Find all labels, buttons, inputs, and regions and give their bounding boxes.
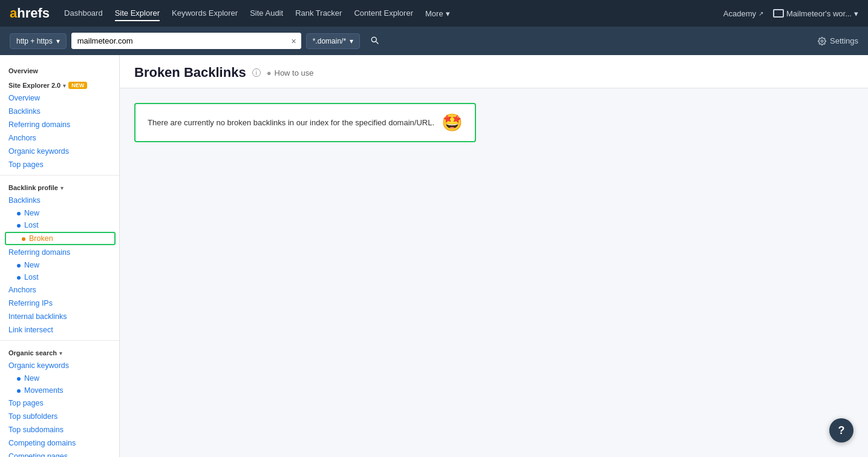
sidebar-item-anchors[interactable]: Anchors bbox=[0, 131, 119, 145]
nav-rank-tracker[interactable]: Rank Tracker bbox=[295, 6, 342, 21]
nav-content-explorer[interactable]: Content Explorer bbox=[354, 6, 413, 21]
dot-icon bbox=[17, 212, 21, 215]
chevron-down-icon: ▾ bbox=[63, 82, 66, 89]
sidebar-divider-1 bbox=[0, 175, 119, 176]
nav-site-audit[interactable]: Site Audit bbox=[250, 6, 283, 21]
nav-more-label: More bbox=[425, 9, 443, 18]
sidebar-divider-2 bbox=[0, 340, 119, 341]
sidebar-item-backlinks[interactable]: Backlinks bbox=[0, 105, 119, 118]
sidebar-item-backlinks-group[interactable]: Backlinks bbox=[0, 194, 119, 207]
sidebar-item-top-pages2[interactable]: Top pages bbox=[0, 396, 119, 410]
chevron-down-icon: ▾ bbox=[60, 185, 64, 191]
external-link-icon: ↗ bbox=[759, 10, 763, 17]
sidebar-item-link-intersect[interactable]: Link intersect bbox=[0, 323, 119, 337]
sidebar-item-internal-backlinks[interactable]: Internal backlinks bbox=[0, 310, 119, 323]
domain-input[interactable] bbox=[71, 33, 301, 49]
page-header: Broken Backlinks i ● How to use bbox=[120, 55, 868, 88]
nav-more[interactable]: More ▾ bbox=[425, 6, 450, 21]
new-badge: New bbox=[68, 82, 87, 89]
how-to-use-link[interactable]: ● How to use bbox=[267, 68, 314, 77]
sidebar-item-backlinks-lost[interactable]: Lost bbox=[0, 219, 119, 231]
sidebar-item-anchors2[interactable]: Anchors bbox=[0, 283, 119, 297]
academy-link[interactable]: Academy ↗ bbox=[723, 9, 763, 18]
sidebar-item-competing-pages[interactable]: Competing pages bbox=[0, 450, 119, 457]
sidebar-item-backlinks-new[interactable]: New bbox=[0, 207, 119, 219]
logo-hrefs: hrefs bbox=[17, 5, 50, 21]
sidebar-item-backlinks-broken[interactable]: Broken bbox=[5, 232, 116, 245]
nav-keywords-explorer[interactable]: Keywords Explorer bbox=[172, 6, 238, 21]
domain-select-label: *.domain/* bbox=[313, 37, 346, 45]
sidebar-item-overview[interactable]: Overview bbox=[0, 91, 119, 105]
sidebar: Overview Site Explorer 2.0 ▾ New Overvie… bbox=[0, 55, 120, 457]
search-input-wrap: × bbox=[71, 33, 301, 49]
nav-links: Dashboard Site Explorer Keywords Explore… bbox=[64, 6, 723, 21]
content-area: Broken Backlinks i ● How to use There ar… bbox=[120, 55, 868, 457]
chevron-down-icon: ▾ bbox=[854, 9, 858, 18]
sidebar-item-organic-keywords-movements[interactable]: Movements bbox=[0, 384, 119, 396]
domain-select[interactable]: *.domain/* ▾ bbox=[306, 33, 360, 49]
site-explorer-section-header: Site Explorer 2.0 ▾ New bbox=[0, 77, 119, 91]
monitor-icon bbox=[773, 9, 784, 18]
dot-icon bbox=[17, 377, 21, 381]
question-circle-icon: ● bbox=[267, 68, 272, 77]
sidebar-item-referring-domains[interactable]: Referring domains bbox=[0, 118, 119, 131]
dot-icon bbox=[22, 237, 25, 241]
svg-point-0 bbox=[821, 40, 823, 42]
gear-icon bbox=[818, 37, 826, 45]
clear-button[interactable]: × bbox=[292, 36, 296, 46]
search-icon bbox=[370, 35, 379, 45]
chevron-down-icon: ▾ bbox=[446, 9, 450, 18]
main-layout: Overview Site Explorer 2.0 ▾ New Overvie… bbox=[0, 55, 868, 457]
nav-dashboard[interactable]: Dashboard bbox=[64, 6, 103, 21]
sidebar-item-organic-keywords-group[interactable]: Organic keywords bbox=[0, 359, 119, 372]
sidebar-item-referring-ips[interactable]: Referring IPs bbox=[0, 297, 119, 310]
sidebar-item-top-pages[interactable]: Top pages bbox=[0, 158, 119, 171]
content-body: There are currently no broken backlinks … bbox=[120, 88, 868, 157]
workspace-button[interactable]: Mailmeteor's wor... ▾ bbox=[773, 9, 858, 18]
page-title: Broken Backlinks bbox=[134, 65, 246, 81]
chevron-down-icon: ▾ bbox=[56, 37, 60, 45]
chevron-down-icon: ▾ bbox=[59, 350, 62, 357]
backlink-profile-title: Backlink profile bbox=[8, 184, 58, 191]
sidebar-item-top-subfolders[interactable]: Top subfolders bbox=[0, 410, 119, 423]
protocol-label: http + https bbox=[16, 37, 53, 45]
logo[interactable]: ahrefs bbox=[10, 5, 50, 21]
emoji-icon: 🤩 bbox=[442, 113, 463, 133]
academy-label: Academy bbox=[723, 9, 756, 18]
sidebar-item-organic-keywords-new[interactable]: New bbox=[0, 372, 119, 384]
protocol-select[interactable]: http + https ▾ bbox=[10, 33, 67, 49]
settings-button[interactable]: Settings bbox=[818, 36, 858, 45]
search-bar: http + https ▾ × *.domain/* ▾ Settings bbox=[0, 27, 868, 55]
chevron-down-icon: ▾ bbox=[350, 37, 353, 45]
nav-right: Academy ↗ Mailmeteor's wor... ▾ bbox=[723, 9, 858, 18]
dot-icon bbox=[17, 224, 21, 228]
empty-state-message: There are currently no broken backlinks … bbox=[148, 118, 434, 127]
nav-site-explorer[interactable]: Site Explorer bbox=[115, 6, 160, 21]
info-icon[interactable]: i bbox=[252, 68, 261, 77]
sidebar-item-organic-keywords[interactable]: Organic keywords bbox=[0, 145, 119, 158]
dot-icon bbox=[17, 276, 21, 280]
backlink-profile-section: Backlink profile ▾ bbox=[0, 179, 119, 194]
how-to-use-label: How to use bbox=[275, 68, 314, 77]
top-navigation: ahrefs Dashboard Site Explorer Keywords … bbox=[0, 0, 868, 27]
sidebar-item-top-subdomains[interactable]: Top subdomains bbox=[0, 423, 119, 436]
site-explorer-section-title: Site Explorer 2.0 bbox=[8, 82, 60, 89]
sidebar-item-competing-domains[interactable]: Competing domains bbox=[0, 436, 119, 450]
help-button[interactable]: ? bbox=[829, 418, 853, 442]
logo-a: a bbox=[10, 5, 17, 21]
sidebar-item-referring-domains-new[interactable]: New bbox=[0, 259, 119, 271]
search-button[interactable] bbox=[365, 31, 384, 50]
empty-state-box: There are currently no broken backlinks … bbox=[134, 103, 476, 142]
organic-search-section: Organic search ▾ bbox=[0, 344, 119, 359]
dot-icon bbox=[17, 264, 21, 268]
sidebar-item-referring-domains-group[interactable]: Referring domains bbox=[0, 246, 119, 259]
dot-icon bbox=[17, 389, 21, 393]
settings-label: Settings bbox=[830, 36, 858, 45]
workspace-label: Mailmeteor's wor... bbox=[786, 9, 852, 18]
overview-section-title: Overview bbox=[0, 62, 119, 77]
sidebar-item-referring-domains-lost[interactable]: Lost bbox=[0, 271, 119, 283]
organic-search-title: Organic search bbox=[8, 349, 57, 357]
